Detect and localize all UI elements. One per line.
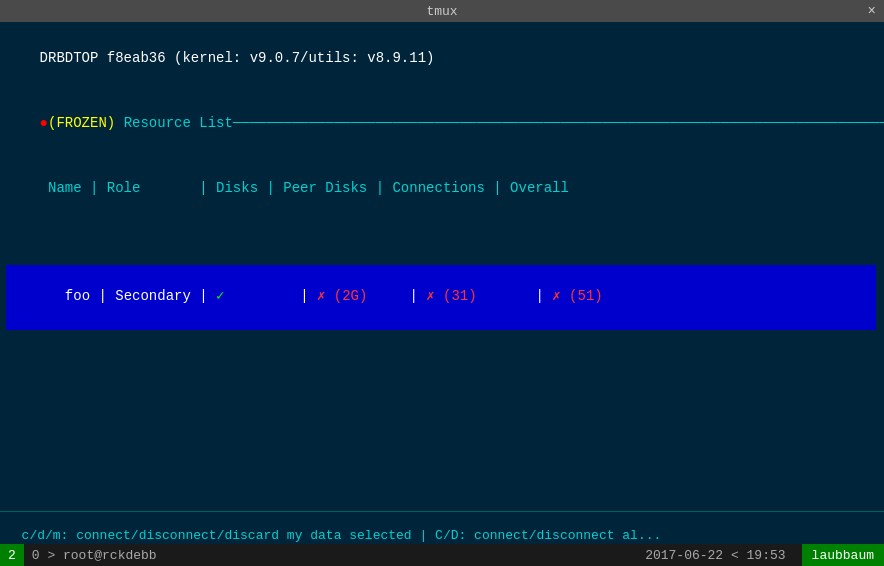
row-name: foo (56, 288, 90, 304)
row-connections: ✗ (31) (426, 288, 527, 304)
resource-list-border: ────────────────────────────────────────… (233, 115, 884, 131)
resource-list-header: ●(FROZEN) Resource List─────────────────… (6, 91, 878, 156)
hostname-label: laubbaum (812, 548, 874, 563)
row-sep3: | (292, 288, 317, 304)
frozen-dot: ● (40, 115, 48, 131)
terminal-area: DRBDTOP f8eab36 (kernel: v9.0.7/utils: v… (0, 22, 884, 511)
shell-label: 0 > root@rckdebb (32, 548, 157, 563)
drbdtop-header: DRBDTOP f8eab36 (kernel: v9.0.7/utils: v… (6, 26, 878, 91)
table-header: Name | Role | Disks | Peer Disks | Conne… (6, 156, 878, 221)
frozen-label: (FROZEN) (48, 115, 115, 131)
row-sep4: | (401, 288, 426, 304)
tab-indicator[interactable]: 2 (0, 544, 24, 566)
status-bar: c/d/m: connect/disconnect/discard my dat… (0, 511, 884, 544)
shell-info: 0 > root@rckdebb (24, 544, 629, 566)
row-sep2: | (191, 288, 216, 304)
row-overall: ✗ (51) (552, 288, 602, 304)
table-row[interactable]: foo | Secondary | ✓ | ✗ (2G) | ✗ (31) | … (6, 221, 878, 373)
selected-row-content[interactable]: foo | Secondary | ✓ | ✗ (2G) | ✗ (31) | … (6, 265, 876, 330)
close-button[interactable]: × (868, 3, 876, 19)
resource-list-label: Resource List (115, 115, 233, 131)
row-disks: ✓ (216, 288, 292, 304)
datetime-display: 2017-06-22 < 19:53 (629, 544, 801, 566)
datetime-label: 2017-06-22 < 19:53 (645, 548, 785, 563)
row-role: Secondary (115, 288, 191, 304)
terminal-empty (6, 373, 878, 507)
title-bar: tmux × (0, 0, 884, 22)
bottom-bar: 2 0 > root@rckdebb 2017-06-22 < 19:53 la… (0, 544, 884, 566)
row-peer-disks: ✗ (2G) (317, 288, 401, 304)
tab-number: 2 (8, 548, 16, 563)
row-sep1: | (90, 288, 115, 304)
hostname-display: laubbaum (802, 544, 884, 566)
window-title: tmux (426, 4, 457, 19)
row-sep5: | (527, 288, 552, 304)
